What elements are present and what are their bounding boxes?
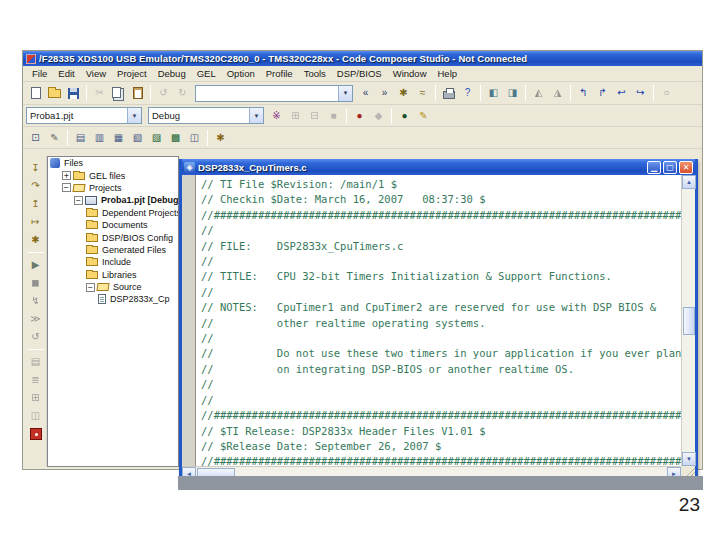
watch-locals-icon[interactable]: ▤ <box>27 353 44 370</box>
prev-bookmark-icon[interactable]: ↰ <box>575 85 592 102</box>
realtime-mode-icon[interactable]: ● <box>396 107 413 124</box>
halt-icon[interactable]: ◼ <box>27 274 44 291</box>
vertical-scrollbar[interactable]: ▲ ▼ <box>681 175 695 466</box>
minimize-button[interactable]: ▁ <box>647 161 661 174</box>
new-file-icon[interactable] <box>27 85 44 102</box>
tree-item-include[interactable]: Include <box>48 256 178 268</box>
profile-window-icon[interactable]: ▩ <box>167 129 184 146</box>
set-pc-to-cursor-icon[interactable]: ✱ <box>27 231 44 248</box>
help-icon[interactable]: ? <box>459 85 476 102</box>
hand-icon[interactable]: ✎ <box>415 107 432 124</box>
rtdx-window-icon[interactable]: ◫ <box>186 129 203 146</box>
toggle-breakpoint-icon[interactable]: ● <box>351 107 368 124</box>
selection-margin[interactable] <box>182 175 196 466</box>
cut-icon[interactable]: ✂ <box>91 85 108 102</box>
back-icon[interactable]: ↩ <box>613 85 630 102</box>
undo-icon[interactable]: ↺ <box>155 85 172 102</box>
menu-item-edit[interactable]: Edit <box>53 67 79 80</box>
rebuild-all-icon[interactable]: ⊟ <box>306 107 323 124</box>
toggle-probe-point-icon[interactable]: ◆ <box>370 107 387 124</box>
menu-item-option[interactable]: Option <box>222 67 260 80</box>
menu-item-gel[interactable]: GEL <box>192 67 221 80</box>
animate-icon[interactable]: ↯ <box>27 292 44 309</box>
collapse-icon[interactable]: − <box>74 196 83 205</box>
save-icon[interactable] <box>65 85 82 102</box>
tree-item-libraries[interactable]: Libraries <box>48 269 178 281</box>
tree-item-proba1-pjt-debug-[interactable]: −Proba1.pjt [Debug] <box>48 194 178 206</box>
project-combobox-arrow-icon[interactable]: ▼ <box>127 108 141 123</box>
register-window-icon[interactable]: ▦ <box>110 129 127 146</box>
close-button[interactable]: ✕ <box>679 161 693 174</box>
calls-view-icon[interactable]: ◫ <box>27 407 44 424</box>
expand-icon[interactable]: + <box>62 171 71 180</box>
tree-item-gel-files[interactable]: +GEL files <box>48 169 178 181</box>
maximize-button[interactable]: ▢ <box>663 161 677 174</box>
search-combobox[interactable]: ▼ <box>195 85 353 102</box>
tree-item-files[interactable]: Files <box>48 157 178 169</box>
redo-icon[interactable]: ↻ <box>174 85 191 102</box>
graph-window-icon[interactable]: ▨ <box>148 129 165 146</box>
vertical-scroll-thumb[interactable] <box>683 307 695 335</box>
compile-file-icon[interactable]: ※ <box>268 107 285 124</box>
menu-item-view[interactable]: View <box>81 67 111 80</box>
stop-build-icon[interactable]: ■ <box>325 107 342 124</box>
collapse-icon[interactable]: − <box>62 183 71 192</box>
run-to-cursor-icon[interactable]: ↦ <box>27 213 44 230</box>
find-next-icon[interactable]: » <box>376 85 393 102</box>
tree-item-dependent-projects[interactable]: Dependent Projects <box>48 207 178 219</box>
main-titlebar[interactable]: /F28335 XDS100 USB Emulator/TMS320C2800_… <box>23 51 702 66</box>
open-file-icon[interactable] <box>46 85 63 102</box>
tree-item-generated-files[interactable]: Generated Files <box>48 244 178 256</box>
search-combobox-arrow-icon[interactable]: ▼ <box>338 86 352 101</box>
find-in-files-icon[interactable]: ✱ <box>395 85 412 102</box>
reset-icon[interactable]: ↺ <box>27 328 44 345</box>
menu-item-profile[interactable]: Profile <box>261 67 298 80</box>
menu-item-project[interactable]: Project <box>112 67 152 80</box>
replace-icon[interactable]: ≈ <box>414 85 431 102</box>
run-icon[interactable]: ▶ <box>27 256 44 273</box>
indent-icon[interactable]: ◨ <box>504 85 521 102</box>
tree-item-documents[interactable]: Documents <box>48 219 178 231</box>
menu-item-window[interactable]: Window <box>388 67 432 80</box>
tree-item-projects[interactable]: −Projects <box>48 182 178 194</box>
code-editor[interactable]: // TI File $Revision: /main/1 $// Checki… <box>196 175 681 466</box>
tree-item-dsp-bios-config[interactable]: DSP/BIOS Config <box>48 231 178 243</box>
pin-layout-icon[interactable]: ✎ <box>46 129 63 146</box>
menu-item-file[interactable]: File <box>27 67 52 80</box>
project-view-panel[interactable]: Files+GEL files−Projects−Proba1.pjt [Deb… <box>47 156 179 467</box>
menu-item-dsp-bios[interactable]: DSP/BIOS <box>332 67 387 80</box>
memory-view-icon[interactable]: ≣ <box>27 371 44 388</box>
memory-window-icon[interactable]: ▥ <box>91 129 108 146</box>
goto-icon[interactable]: ○ <box>658 85 675 102</box>
collapse-icon[interactable]: − <box>86 283 95 292</box>
tree-item-source[interactable]: −Source <box>48 281 178 293</box>
tree-item-dsp2833x-cp[interactable]: DSP2833x_Cp <box>48 293 178 305</box>
print-icon[interactable] <box>440 85 457 102</box>
next-bookmark-icon[interactable]: ↱ <box>594 85 611 102</box>
find-prev-icon[interactable]: « <box>357 85 374 102</box>
step-into-icon[interactable]: ↧ <box>27 159 44 176</box>
step-over-icon[interactable]: ↷ <box>27 177 44 194</box>
forward-icon[interactable]: ↪ <box>632 85 649 102</box>
config-combobox-arrow-icon[interactable]: ▼ <box>249 108 263 123</box>
stack-view-icon[interactable]: ⊞ <box>27 389 44 406</box>
menu-item-help[interactable]: Help <box>433 67 463 80</box>
scroll-down-icon[interactable]: ▼ <box>682 452 696 466</box>
watch-window-icon[interactable]: ▤ <box>72 129 89 146</box>
restore-layout-icon[interactable]: ⊡ <box>27 129 44 146</box>
project-combobox[interactable]: Proba1.pjt ▼ <box>26 107 142 124</box>
run-free-icon[interactable]: ≫ <box>27 310 44 327</box>
toggle-bookmark-icon[interactable]: ◭ <box>530 85 547 102</box>
incremental-build-icon[interactable]: ⊞ <box>287 107 304 124</box>
config-combobox[interactable]: Debug ▼ <box>148 107 264 124</box>
disassembly-window-icon[interactable]: ▧ <box>129 129 146 146</box>
copy-icon[interactable] <box>110 85 127 102</box>
outdent-icon[interactable]: ◧ <box>485 85 502 102</box>
project-settings-icon[interactable]: ✱ <box>212 129 229 146</box>
menu-item-tools[interactable]: Tools <box>299 67 331 80</box>
menu-item-debug[interactable]: Debug <box>153 67 191 80</box>
editor-titlebar[interactable]: ◈ DSP2833x_CpuTimers.c ▁ ▢ ✕ <box>182 159 695 175</box>
scroll-up-icon[interactable]: ▲ <box>682 175 696 189</box>
halt-processor-icon[interactable] <box>27 425 44 442</box>
paste-icon[interactable] <box>129 85 146 102</box>
